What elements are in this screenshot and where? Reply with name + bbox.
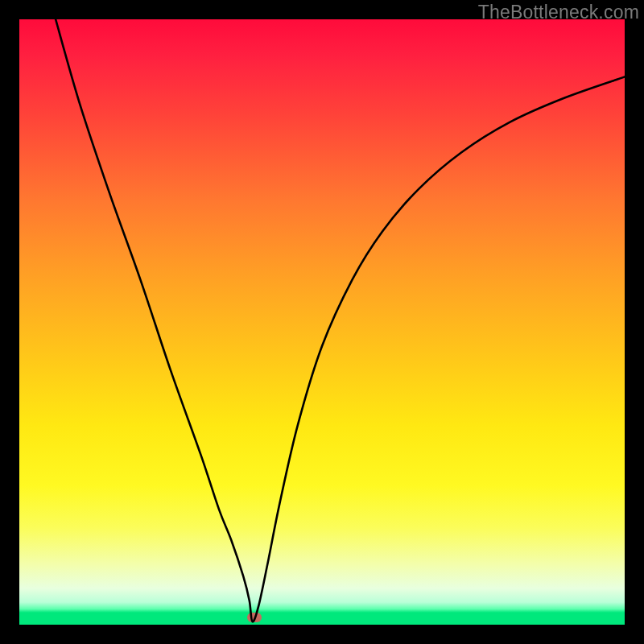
chart-plot-area [19,19,625,625]
chart-curve-path [56,19,625,621]
chart-marker-optimum [247,613,262,622]
chart-curve [19,19,625,625]
